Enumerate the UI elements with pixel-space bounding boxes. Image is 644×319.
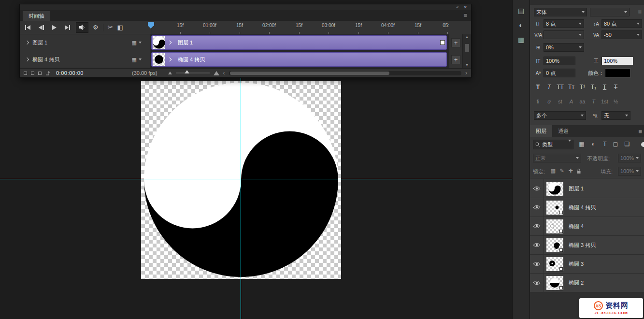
split-clip-button[interactable]: ✂	[108, 24, 113, 31]
timeline-scrollbar[interactable]	[229, 71, 461, 75]
layer-name[interactable]: 椭圆 4 拷贝	[569, 198, 596, 217]
visibility-toggle[interactable]	[530, 236, 544, 254]
layer-thumbnail[interactable]	[546, 201, 563, 215]
filter-pixel-icon[interactable]: ▦	[577, 141, 586, 147]
filter-adjustment-icon[interactable]: ◐	[589, 141, 598, 147]
faux-italic-toggle[interactable]: T	[544, 82, 554, 91]
next-frame-button[interactable]	[63, 24, 72, 31]
anti-alias-select[interactable]: 无	[601, 111, 630, 120]
track-scrollbar[interactable]: ▴ ▾	[462, 34, 471, 68]
layer-filter-select[interactable]: 类型	[533, 140, 573, 149]
kerning-select[interactable]	[544, 30, 584, 39]
stylistic-alternates-toggle[interactable]: aa	[577, 97, 587, 106]
chevron-right-icon[interactable]	[168, 41, 172, 44]
visibility-toggle[interactable]	[530, 179, 544, 198]
layer-row[interactable]: 椭圆 4 拷贝	[530, 198, 644, 217]
guide-vertical[interactable]	[241, 78, 241, 319]
filter-smart-object-icon[interactable]: ❏	[623, 141, 631, 147]
tracking-select[interactable]: -50	[601, 30, 642, 39]
visibility-toggle[interactable]	[530, 255, 544, 273]
layer-row[interactable]: 椭圆 2	[530, 274, 644, 292]
dock-panel-icon[interactable]: ▤	[513, 7, 530, 14]
strikethrough-toggle[interactable]: T	[611, 82, 621, 91]
filter-toggle-icon[interactable]	[641, 142, 644, 147]
scroll-down-icon[interactable]: ▾	[463, 62, 471, 67]
ordinals-toggle[interactable]: 1st	[600, 97, 610, 106]
small-caps-toggle[interactable]: Tᴛ	[566, 82, 576, 91]
font-family-select[interactable]: 宋体	[534, 8, 587, 16]
visibility-toggle[interactable]	[530, 198, 544, 217]
layer-thumbnail[interactable]	[546, 276, 563, 290]
chevron-right-icon[interactable]	[25, 58, 29, 61]
language-select[interactable]: 多个	[534, 111, 586, 120]
guide-horizontal[interactable]	[0, 179, 512, 179]
lock-position-icon[interactable]: ✚	[567, 168, 574, 174]
scroll-right-icon[interactable]: ›	[465, 71, 467, 75]
tab-channels[interactable]: 通道	[552, 125, 574, 137]
play-button[interactable]	[50, 24, 58, 31]
panel-menu-icon[interactable]: ≡	[638, 8, 642, 15]
layer-name[interactable]: 椭圆 2	[569, 274, 584, 292]
chevron-right-icon[interactable]	[25, 41, 29, 44]
text-color-swatch[interactable]	[605, 69, 631, 77]
layer-thumbnail[interactable]	[546, 182, 563, 196]
tab-layers[interactable]: 图层	[530, 125, 552, 137]
track-header-ellipse4copy[interactable]: 椭圆 4 拷贝 ▦	[20, 51, 150, 68]
layer-row[interactable]: 椭圆 4	[530, 217, 644, 236]
layer-name[interactable]: 椭圆 4	[569, 217, 584, 236]
layer-thumbnail[interactable]	[546, 219, 563, 233]
faux-bold-toggle[interactable]: T	[533, 82, 543, 91]
previous-frame-button[interactable]	[37, 24, 45, 31]
lock-transparent-pixels-icon[interactable]: ▦	[549, 168, 557, 174]
transition-button[interactable]: ◧	[117, 24, 123, 31]
lock-image-pixels-icon[interactable]: ✎	[558, 168, 566, 174]
blend-mode-select[interactable]: 正常	[533, 154, 581, 162]
chevron-down-icon[interactable]	[139, 42, 142, 44]
baseline-shift-field[interactable]: 0 点	[544, 69, 575, 77]
layer-name[interactable]: 椭圆 3 拷贝	[569, 236, 596, 255]
swash-toggle[interactable]: A	[566, 97, 576, 106]
discretionary-ligatures-toggle[interactable]: st	[555, 97, 565, 106]
underline-toggle[interactable]: T	[600, 82, 610, 91]
zoom-slider-thumb[interactable]	[185, 70, 189, 73]
fill-select[interactable]: 100%	[618, 167, 641, 175]
dock-panel-icon[interactable]: ▥	[513, 36, 530, 44]
scroll-up-icon[interactable]: ▴	[466, 34, 468, 39]
layer-row[interactable]: 图层 1	[530, 179, 644, 198]
dock-panel-icon[interactable]: ◐	[513, 21, 530, 29]
layer-thumbnail[interactable]	[546, 257, 563, 271]
contextual-alternates-toggle[interactable]: ơ	[544, 97, 554, 106]
zoom-slider[interactable]	[176, 72, 210, 73]
proportional-spacing-select[interactable]: 0%	[544, 43, 584, 52]
layer-row[interactable]: 椭圆 3 拷贝	[530, 236, 644, 255]
layer-row[interactable]: 椭圆 3	[530, 255, 644, 274]
titling-alternates-toggle[interactable]: T	[588, 97, 599, 106]
document-canvas[interactable]	[141, 81, 341, 279]
panel-menu-icon[interactable]: ≡	[638, 128, 642, 135]
chevron-right-icon[interactable]	[168, 58, 172, 61]
track-header-layer1[interactable]: 图层 1 ▦	[20, 34, 150, 51]
horizontal-scale-field[interactable]: 100%	[601, 57, 633, 65]
shortcut-arrow-icon[interactable]	[45, 71, 52, 75]
close-icon[interactable]: ✕	[463, 5, 467, 10]
add-media-button[interactable]: +	[451, 55, 460, 64]
clip-end-handle[interactable]	[440, 40, 445, 45]
timeline-lane[interactable]: 图层 1 椭圆 4 拷贝	[150, 34, 449, 68]
track-options-icon[interactable]: ▦	[132, 57, 137, 63]
scrollbar-thumb[interactable]	[465, 44, 469, 52]
font-size-select[interactable]: 8 点	[544, 19, 584, 28]
add-media-button[interactable]: +	[451, 38, 460, 47]
all-caps-toggle[interactable]: TT	[555, 82, 565, 91]
filter-type-icon[interactable]: T	[601, 141, 609, 147]
fractions-toggle[interactable]: ½	[611, 97, 621, 106]
layer-name[interactable]: 椭圆 3	[569, 255, 584, 274]
font-style-select[interactable]	[590, 8, 630, 16]
chevron-down-icon[interactable]	[139, 58, 142, 60]
panel-menu-icon[interactable]: ≡	[463, 12, 467, 19]
visibility-toggle[interactable]	[530, 217, 544, 235]
timeline-scrollbar-thumb[interactable]	[230, 72, 389, 75]
collapse-icon[interactable]: «	[456, 5, 458, 10]
layer-thumbnail[interactable]	[546, 238, 563, 252]
timeline-ruler[interactable]: 15f 01:00f 15f 02:00f 15f 03:00f 15f 04:…	[150, 21, 449, 35]
audio-mute-button[interactable]	[76, 22, 88, 33]
